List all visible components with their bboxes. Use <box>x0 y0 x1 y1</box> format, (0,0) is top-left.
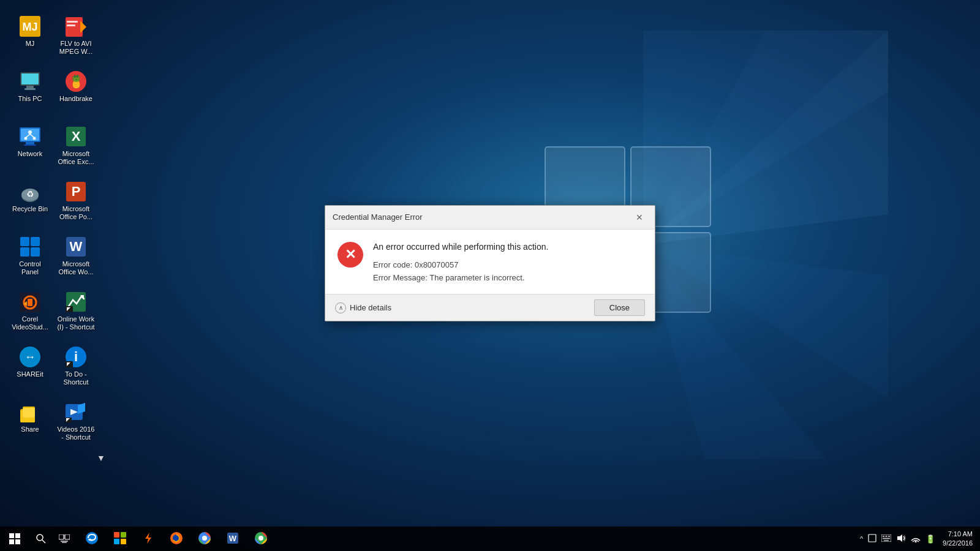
svg-point-86 <box>202 536 207 541</box>
dialog-body: ✕ An error occurred while performing thi… <box>325 230 655 294</box>
tray-battery[interactable]: 🔋 <box>925 534 935 544</box>
svg-rect-69 <box>9 539 14 544</box>
dialog-error-code: Error code: 0x80070057 <box>373 259 643 272</box>
svg-point-99 <box>915 541 917 542</box>
svg-rect-78 <box>114 532 119 538</box>
firefox-icon <box>170 531 183 545</box>
tray-chevron[interactable]: ^ <box>860 535 863 542</box>
chrome1-icon <box>198 531 211 545</box>
svg-rect-81 <box>121 539 126 544</box>
keyboard-icon <box>881 534 891 542</box>
taskbar: W ^ <box>0 527 980 551</box>
svg-marker-82 <box>145 533 151 544</box>
taskbar-chrome2[interactable] <box>247 527 274 551</box>
task-view-icon <box>59 534 70 543</box>
svg-point-90 <box>258 536 263 541</box>
svg-rect-73 <box>59 534 64 539</box>
taskbar-pinned-apps: W <box>78 527 274 551</box>
task-view-button[interactable] <box>53 527 76 551</box>
error-icon: ✕ <box>337 242 363 268</box>
dialog-overlay: Credential Manager Error ✕ ✕ An error oc… <box>0 0 980 527</box>
clock-date: 9/22/2016 <box>943 539 973 548</box>
svg-line-72 <box>42 540 45 543</box>
windows-start-icon <box>9 533 20 544</box>
taskbar-app3[interactable] <box>135 527 162 551</box>
svg-rect-67 <box>9 533 14 538</box>
taskbar-edge[interactable] <box>78 527 105 551</box>
svg-rect-95 <box>888 536 890 537</box>
svg-rect-74 <box>65 534 70 539</box>
search-icon <box>36 534 46 544</box>
clock-time: 7:10 AM <box>948 530 973 539</box>
dialog-footer: ∧ Hide details Close <box>325 294 655 321</box>
svg-text:W: W <box>229 534 237 543</box>
svg-rect-68 <box>15 533 20 538</box>
tray-network[interactable] <box>911 534 921 544</box>
svg-marker-98 <box>897 534 902 542</box>
chevron-up-icon: ∧ <box>335 302 346 313</box>
hide-details-button[interactable]: ∧ Hide details <box>335 302 391 313</box>
svg-rect-91 <box>869 534 876 542</box>
start-button[interactable] <box>0 527 29 551</box>
svg-rect-94 <box>886 536 888 537</box>
taskbar-tray: ^ <box>855 527 980 551</box>
dialog-titlebar: Credential Manager Error ✕ <box>325 206 655 230</box>
tablet-icon <box>868 534 876 542</box>
svg-rect-70 <box>15 539 20 544</box>
speaker-icon <box>896 533 906 543</box>
taskbar-chrome1[interactable] <box>191 527 218 551</box>
dialog-error-message: Error Message: The parameter is incorrec… <box>373 272 643 285</box>
credential-error-dialog: Credential Manager Error ✕ ✕ An error oc… <box>325 205 655 322</box>
svg-rect-97 <box>884 540 889 541</box>
svg-rect-80 <box>114 539 119 544</box>
taskbar-firefox[interactable] <box>163 527 190 551</box>
dialog-close-button[interactable]: ✕ <box>631 211 647 224</box>
svg-rect-79 <box>121 532 126 538</box>
search-button[interactable] <box>29 527 53 551</box>
taskbar-store[interactable] <box>107 527 134 551</box>
store-icon <box>113 531 127 545</box>
tray-speaker[interactable] <box>896 533 906 545</box>
taskbar-word-icon: W <box>226 531 239 545</box>
taskbar-clock[interactable]: 7:10 AM 9/22/2016 <box>940 530 975 549</box>
svg-rect-96 <box>883 538 890 539</box>
network-tray-icon <box>911 534 921 542</box>
edge-icon <box>85 531 99 545</box>
desktop: MJ MJ FLV to AVI MPEG W... <box>0 0 980 551</box>
dialog-main-message: An error occurred while performing this … <box>373 242 643 252</box>
tray-keyboard[interactable] <box>881 534 891 544</box>
close-button[interactable]: Close <box>594 299 645 316</box>
dialog-title: Credential Manager Error <box>333 212 423 222</box>
taskbar-word[interactable]: W <box>219 527 246 551</box>
hide-details-label: Hide details <box>350 303 391 312</box>
svg-rect-93 <box>883 536 884 537</box>
chrome2-icon <box>254 531 268 545</box>
app3-icon <box>141 531 155 545</box>
tray-tablet[interactable] <box>868 534 876 544</box>
svg-point-71 <box>37 534 43 541</box>
dialog-content: An error occurred while performing this … <box>373 242 643 285</box>
